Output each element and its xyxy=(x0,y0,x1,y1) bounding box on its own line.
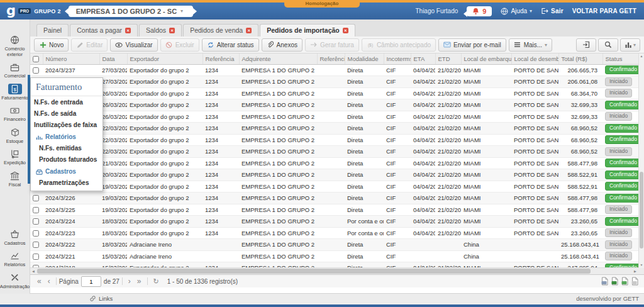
sidebar-item-fiscal[interactable]: Fiscal xyxy=(0,170,30,188)
column-header-adquirente[interactable]: Adquirente xyxy=(239,53,317,64)
row-checkbox[interactable] xyxy=(33,218,39,225)
row-checkbox[interactable] xyxy=(33,242,39,248)
sidebar-item-financeiro[interactable]: Financeiro xyxy=(0,105,30,123)
sidebar-item-administracao[interactable]: Administração xyxy=(0,272,30,290)
close-icon[interactable]: × xyxy=(246,28,252,33)
column-header-etd[interactable]: ETD xyxy=(435,53,461,64)
column-header-local-de-embarque[interactable]: Local de embarque xyxy=(461,53,511,64)
close-icon[interactable]: × xyxy=(343,28,348,33)
flyout-section-cadastros[interactable]: Cadastros xyxy=(31,165,103,177)
table-row[interactable]: 2024/3/22318/03/2024Exportador do grupo … xyxy=(30,227,639,239)
page-input[interactable] xyxy=(81,276,101,287)
row-checkbox[interactable] xyxy=(33,67,39,74)
refresh-icon[interactable]: ↻ xyxy=(150,276,162,287)
table-row[interactable]: 2024/3/23426/03/2024Exportador do grupo … xyxy=(30,99,639,111)
column-header-incoterms[interactable]: Incoterms® xyxy=(384,53,411,64)
vertical-scrollbar[interactable]: ▲ ▼ xyxy=(638,53,644,268)
page-label: Página xyxy=(59,278,79,285)
sidebar-item-faturamento[interactable]: $Faturamento xyxy=(0,84,30,101)
row-checkbox[interactable] xyxy=(33,254,39,260)
links-button[interactable]: Links xyxy=(89,295,113,302)
close-icon[interactable]: × xyxy=(125,28,131,33)
scroll-left-icon[interactable]: ◀ xyxy=(30,268,36,274)
sidebar-item-comercio-exterior[interactable]: Comércio exterior xyxy=(0,35,30,57)
flyout-item-produtos-faturados[interactable]: Produtos faturados xyxy=(31,154,103,165)
horizontal-scroll-thumb[interactable] xyxy=(37,269,591,274)
table-row[interactable]: 2024/3/22619/03/2024Exportador do grupo … xyxy=(30,193,639,204)
table-row[interactable]: 2024/3/23627/03/2024Exportador do grupo … xyxy=(30,76,639,88)
next-page-icon[interactable]: › xyxy=(125,276,134,287)
column-header-status[interactable]: Status xyxy=(602,53,639,64)
flyout-item-n-fs-emitidas[interactable]: N.Fs. emitidas xyxy=(31,142,103,154)
flyout-item-n-fs-de-saida[interactable]: N.Fs. de saída xyxy=(31,108,103,119)
table-row[interactable]: 2024/3/22418/03/2024Exportador do grupo … xyxy=(30,216,639,228)
vertical-scroll-thumb[interactable] xyxy=(640,172,643,249)
table-row[interactable]: 2024/3/22519/03/2024Exportador do grupo … xyxy=(30,204,639,216)
sidebar-item-cadastros[interactable]: Cadastros xyxy=(0,229,30,247)
visualizar-button[interactable]: Visualizar xyxy=(110,38,157,52)
tab-saldos[interactable]: Saldos× xyxy=(139,24,182,36)
first-page-icon[interactable]: « xyxy=(34,276,45,287)
table-row[interactable]: 2024/3/23727/03/2024Exportador do grupo … xyxy=(30,64,639,76)
column-header-exportador[interactable]: Exportador xyxy=(127,53,203,64)
help-menu[interactable]: Ajuda ▾ xyxy=(501,8,532,15)
tab-painel[interactable]: Painel xyxy=(36,24,69,36)
flyout-section-relatorios[interactable]: Relatórios xyxy=(31,130,103,142)
flyout-item-inutilizacoes-de-faixa[interactable]: Inutilizações de faixa xyxy=(31,119,103,130)
scroll-down-icon[interactable]: ▼ xyxy=(639,262,644,268)
logout-button[interactable]: Sair xyxy=(541,8,564,14)
table-row[interactable]: 2024/3/23526/03/2024Exportador do grupo … xyxy=(30,87,639,99)
sidebar-item-expedicao[interactable]: Expedição xyxy=(0,148,30,166)
tab-pedidos-de-importacao[interactable]: Pedidos de importação× xyxy=(260,24,355,37)
tab-contas-a-pagar[interactable]: Contas a pagar× xyxy=(70,24,138,36)
table-row[interactable]: 2024/3/23022/03/2024Exportador do grupo … xyxy=(30,146,639,158)
sidebar-item-estoque[interactable]: Estoque xyxy=(0,127,30,145)
column-header-referencia[interactable]: Referência xyxy=(203,53,239,64)
column-header-referencia[interactable]: Referência xyxy=(317,53,345,64)
export-button[interactable] xyxy=(576,38,596,52)
export-xls-icon[interactable] xyxy=(611,277,619,286)
back-to-gett-link[interactable]: VOLTAR PARA GETT xyxy=(572,8,636,14)
table-row[interactable]: 2024/3/23326/03/2024Exportador do grupo … xyxy=(30,111,639,123)
table-row[interactable]: 2024/3/23222/03/2024Exportador do grupo … xyxy=(30,123,639,135)
scroll-right-icon[interactable]: ▶ xyxy=(632,268,638,274)
column-header-total-r[interactable]: Total (R$) xyxy=(558,53,602,64)
company-selector[interactable]: EMPRESA 1 DO GRUPO 2 - SC ▾ xyxy=(69,6,193,17)
row-checkbox[interactable] xyxy=(33,195,39,201)
horizontal-scrollbar[interactable]: ◀ ▶ xyxy=(30,267,644,274)
table-row[interactable]: 2024/3/22719/03/2024Exportador do grupo … xyxy=(30,181,639,193)
table-row[interactable]: 2024/3/23122/03/2024Exportador do grupo … xyxy=(30,134,639,146)
row-checkbox[interactable] xyxy=(33,230,39,237)
column-header-modalidade[interactable]: Modalidade xyxy=(345,53,384,64)
flyout-item-n-fs-de-entrada[interactable]: N.Fs. de entrada xyxy=(31,96,103,108)
export-doc-icon[interactable] xyxy=(601,277,609,286)
scroll-up-icon[interactable]: ▲ xyxy=(639,53,644,59)
tab-pedidos-de-venda[interactable]: Pedidos de venda× xyxy=(183,24,258,36)
last-page-icon[interactable]: » xyxy=(134,276,145,287)
sidebar-item-comercial[interactable]: Comercial xyxy=(0,62,30,79)
close-icon[interactable]: × xyxy=(169,28,175,33)
export-txt-icon[interactable] xyxy=(631,277,639,286)
flyout-item-parametrizacoes[interactable]: Parametrizações xyxy=(31,177,103,188)
anexos-button[interactable]: Anexos xyxy=(262,38,303,52)
search-button[interactable] xyxy=(598,38,618,52)
table-row[interactable]: 2024/3/22218/03/2024Adraciane IrenoEMPRE… xyxy=(30,239,639,251)
column-header-numero[interactable]: Número xyxy=(43,53,99,64)
table-row[interactable]: 2024/3/22115/03/2024Adraciane IrenoEMPRE… xyxy=(30,250,639,262)
chart-button[interactable]: ▾ xyxy=(620,38,640,52)
table-row[interactable]: 2024/3/22921/03/2024Exportador do grupo … xyxy=(30,157,639,169)
column-header-local-de-desembarque[interactable]: Local de desembarque xyxy=(511,53,558,64)
enviar-por-e-mail-button[interactable]: Enviar por e-mail xyxy=(438,38,506,52)
row-checkbox[interactable] xyxy=(33,207,39,213)
notifications-button[interactable]: 9 xyxy=(467,6,492,16)
export-xml-icon[interactable] xyxy=(621,277,629,286)
prev-page-icon[interactable]: ‹ xyxy=(45,276,53,287)
select-all-checkbox[interactable] xyxy=(33,56,39,62)
column-header-eta[interactable]: ETA xyxy=(411,53,435,64)
column-header-data[interactable]: Data xyxy=(99,53,127,64)
sidebar-item-relatorios[interactable]: Relatórios xyxy=(0,250,30,268)
alterar-status-button[interactable]: Alterar status xyxy=(202,38,259,52)
mais-button[interactable]: Mais...▾ xyxy=(509,38,552,52)
novo-button[interactable]: Novo xyxy=(34,38,69,52)
table-row[interactable]: 2024/3/22820/03/2024Exportador do grupo … xyxy=(30,169,639,181)
